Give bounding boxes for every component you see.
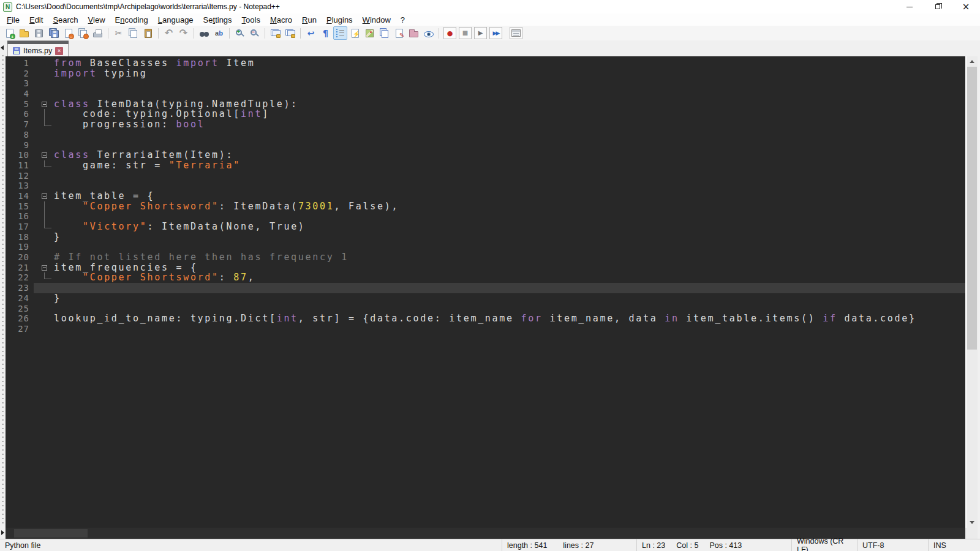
editor-line[interactable]: 22 "Copper Shortsword": 87, — [6, 272, 965, 283]
vertical-scrollbar-thumb[interactable] — [967, 67, 977, 350]
fold-margin-collapse[interactable] — [34, 263, 54, 273]
scroll-up-button[interactable] — [967, 56, 978, 67]
save-all-button[interactable] — [47, 26, 61, 40]
fold-margin-collapse[interactable] — [34, 150, 54, 160]
editor-current-line[interactable]: 23 — [6, 283, 965, 293]
record-macro-button[interactable]: ● — [443, 27, 456, 39]
editor-line[interactable]: 20# If not listed here then has frequenc… — [6, 252, 965, 263]
editor-line[interactable]: 15 "Copper Shortsword": ItemData(73001, … — [6, 201, 965, 212]
editor-line[interactable]: 9 — [6, 140, 965, 151]
code-editor[interactable]: 1from BaseClasses import Item2import typ… — [6, 56, 965, 528]
editor-line[interactable]: 12 — [6, 171, 965, 181]
status-cursor-position: Ln : 23 Col : 5 Pos : 413 — [637, 539, 792, 551]
status-encoding[interactable]: UTF-8 — [858, 539, 929, 551]
status-eol-format[interactable]: Windows (CR LF) — [792, 539, 858, 551]
status-insert-mode[interactable]: INS — [929, 539, 980, 551]
editor-line[interactable]: 26lookup_id_to_name: typing.Dict[int, st… — [6, 313, 965, 324]
menu-edit[interactable]: Edit — [24, 14, 48, 26]
horizontal-scrollbar-thumb[interactable] — [14, 529, 88, 538]
editor-line[interactable]: 19 — [6, 242, 965, 252]
menu-settings[interactable]: Settings — [198, 14, 237, 26]
zoom-in-button[interactable]: + — [233, 26, 247, 40]
code-text — [54, 78, 965, 89]
define-language-button[interactable]: ✎ — [392, 26, 406, 40]
open-file-button[interactable] — [17, 26, 31, 40]
editor-line[interactable]: 21item_frequencies = { — [6, 263, 965, 273]
tab-close-icon[interactable]: × — [55, 47, 63, 55]
editor-line[interactable]: 8 — [6, 130, 965, 140]
fold-margin-collapse[interactable] — [34, 191, 54, 201]
editor-line[interactable]: 10class TerrariaItem(Item): — [6, 150, 965, 160]
editor-line[interactable]: 11 game: str = "Terraria" — [6, 160, 965, 171]
code-text — [54, 130, 965, 140]
editor-line[interactable]: 4 — [6, 89, 965, 99]
run-macro-multiple-button[interactable]: ▶▶ — [489, 27, 502, 39]
cut-button[interactable]: ✂ — [111, 26, 126, 40]
menu-macro[interactable]: Macro — [265, 14, 297, 26]
editor-line[interactable]: 25 — [6, 304, 965, 314]
new-file-button[interactable]: + — [2, 26, 17, 40]
save-macro-icon — [511, 29, 521, 37]
menu-plugins[interactable]: Plugins — [322, 14, 358, 26]
save-file-button[interactable] — [32, 26, 46, 40]
menu-[interactable]: ? — [396, 14, 410, 26]
scroll-down-button[interactable] — [967, 517, 978, 528]
menu-language[interactable]: Language — [153, 14, 198, 26]
restore-button[interactable] — [924, 0, 952, 13]
folder-as-workspace-button[interactable] — [407, 26, 421, 40]
find-button[interactable] — [197, 26, 211, 40]
editor-line[interactable]: 3 — [6, 78, 965, 89]
redo-button[interactable]: ↷ — [176, 26, 190, 40]
save-macro-button[interactable] — [510, 27, 522, 39]
menu-search[interactable]: Search — [48, 14, 83, 26]
show-all-characters-button[interactable]: ¶ — [318, 26, 333, 40]
zoom-out-button[interactable]: − — [247, 26, 262, 40]
editor-line[interactable]: 2import typing — [6, 69, 965, 79]
menu-encoding[interactable]: Encoding — [110, 14, 153, 26]
menu-tools[interactable]: Tools — [237, 14, 265, 26]
menu-file[interactable]: File — [2, 14, 24, 26]
editor-line[interactable]: 1from BaseClasses import Item — [6, 58, 965, 69]
editor-line[interactable]: 18} — [6, 232, 965, 242]
replace-button[interactable]: ab — [212, 26, 226, 40]
sync-vertical-scroll-button[interactable] — [268, 26, 282, 40]
editor-line[interactable]: 7 progression: bool — [6, 119, 965, 130]
dock-splitter[interactable] — [0, 40, 6, 539]
vertical-scrollbar[interactable] — [965, 56, 978, 528]
menu-window[interactable]: Window — [358, 14, 396, 26]
document-list-button[interactable] — [377, 26, 391, 40]
stop-macro-button[interactable]: ■ — [459, 27, 472, 39]
fold-margin-collapse[interactable] — [34, 99, 54, 110]
print-button[interactable] — [91, 26, 105, 40]
editor-line[interactable]: 17 "Victory": ItemData(None, True) — [6, 222, 965, 232]
code-text — [54, 304, 965, 314]
editor-line[interactable]: 5class ItemData(typing.NamedTuple): — [6, 99, 965, 110]
playback-macro-icon: ▶ — [478, 30, 483, 36]
document-map-button[interactable] — [363, 26, 377, 40]
editor-line[interactable]: 27 — [6, 324, 965, 334]
fold-margin — [34, 181, 54, 191]
editor-line[interactable]: 24} — [6, 293, 965, 304]
word-wrap-button[interactable]: ↩ — [304, 26, 318, 40]
paste-button[interactable] — [141, 26, 155, 40]
editor-line[interactable]: 13 — [6, 181, 965, 191]
record-macro-icon: ● — [447, 30, 453, 37]
minimize-button[interactable] — [895, 0, 924, 13]
close-file-button[interactable]: − — [61, 26, 75, 40]
monitoring-button[interactable] — [421, 26, 435, 40]
editor-line[interactable]: 16 — [6, 211, 965, 222]
playback-macro-button[interactable]: ▶ — [474, 27, 487, 39]
menu-view[interactable]: View — [83, 14, 110, 26]
sync-horizontal-scroll-icon — [285, 29, 295, 37]
editor-line[interactable]: 14item_table = { — [6, 191, 965, 201]
tab-items-py[interactable]: Items.py × — [7, 40, 69, 56]
editor-line[interactable]: 6 code: typing.Optional[int] — [6, 109, 965, 119]
close-all-button[interactable] — [76, 26, 90, 40]
menu-run[interactable]: Run — [297, 14, 322, 26]
sync-horizontal-scroll-button[interactable] — [283, 26, 297, 40]
show-indent-guide-button[interactable] — [333, 26, 347, 40]
copy-button[interactable] — [126, 26, 140, 40]
function-list-button[interactable]: ⚡ — [348, 26, 362, 40]
close-button[interactable]: × — [952, 0, 980, 13]
undo-button[interactable]: ↶ — [162, 26, 176, 40]
